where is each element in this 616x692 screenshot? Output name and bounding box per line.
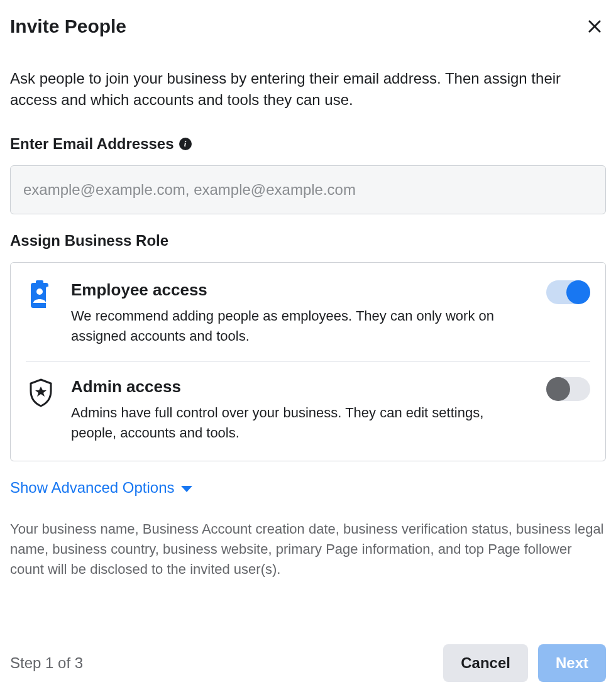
advanced-label: Show Advanced Options xyxy=(10,479,175,497)
info-icon[interactable]: i xyxy=(179,138,192,150)
admin-icon xyxy=(26,377,56,407)
modal-title: Invite People xyxy=(10,16,126,37)
cancel-button[interactable]: Cancel xyxy=(443,644,528,682)
close-button[interactable] xyxy=(583,15,606,38)
employee-toggle[interactable] xyxy=(546,280,590,304)
role-option-employee: Employee access We recommend adding peop… xyxy=(26,278,590,361)
role-option-admin: Admin access Admins have full control ov… xyxy=(26,361,590,446)
email-label: Enter Email Addresses xyxy=(10,135,174,153)
admin-toggle[interactable] xyxy=(546,377,590,401)
email-input[interactable] xyxy=(10,165,606,214)
employee-icon xyxy=(26,280,56,310)
close-icon xyxy=(586,18,603,35)
employee-title: Employee access xyxy=(71,280,531,300)
toggle-knob xyxy=(566,280,590,304)
role-card: Employee access We recommend adding peop… xyxy=(10,262,606,461)
step-indicator: Step 1 of 3 xyxy=(10,654,83,672)
disclosure-text: Your business name, Business Account cre… xyxy=(10,519,606,579)
role-label: Assign Business Role xyxy=(10,232,168,250)
caret-down-icon xyxy=(181,486,192,492)
modal-footer: Step 1 of 3 Cancel Next xyxy=(10,629,606,682)
modal-description: Ask people to join your business by ente… xyxy=(10,68,606,110)
svg-rect-3 xyxy=(36,280,43,285)
svg-point-4 xyxy=(36,288,43,295)
next-button[interactable]: Next xyxy=(538,644,606,682)
toggle-knob xyxy=(546,377,570,401)
svg-rect-2 xyxy=(31,283,48,308)
show-advanced-options-link[interactable]: Show Advanced Options xyxy=(10,479,606,497)
admin-title: Admin access xyxy=(71,377,531,397)
employee-description: We recommend adding people as employees.… xyxy=(71,306,531,346)
admin-description: Admins have full control over your busin… xyxy=(71,403,531,443)
